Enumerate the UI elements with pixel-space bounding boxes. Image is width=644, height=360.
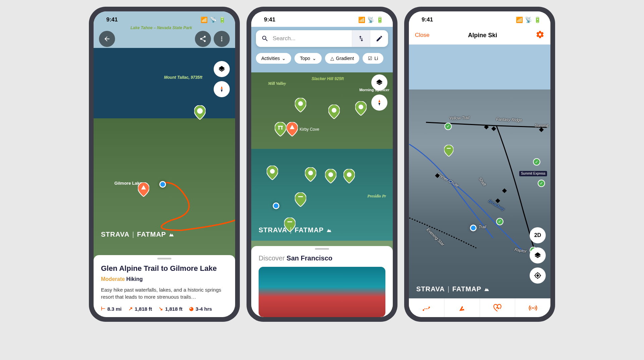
status-icons: 📶 📡 🔋 [516,16,541,23]
map-pin[interactable] [328,105,340,118]
trail-difficulty: Moderate [101,276,125,282]
pencil-icon [376,35,383,42]
diamond-marker[interactable] [503,188,506,194]
diamond-marker[interactable] [540,127,543,133]
discover-image[interactable] [259,267,385,317]
more-button[interactable] [214,31,230,47]
trail-stats: ⊢ 8.3 mi ↗ 1,818 ft ↘ 1,818 ft ◕ 3-4 hrs [101,306,228,312]
heart-rate-icon [493,304,502,312]
trail-title: Glen Alpine Trail to Gilmore Lake [101,264,228,273]
status-bar: 9:41 📶 📡 🔋 [94,11,235,27]
map-pin-picnic[interactable] [295,192,306,206]
share-button[interactable] [195,31,211,47]
signal-icon: 📶 [201,16,208,23]
filter-lifts[interactable]: ☑Li [363,53,383,64]
route-icon [358,35,365,42]
layers-icon [218,65,225,73]
settings-button[interactable] [536,30,544,40]
map-pin[interactable] [295,98,306,111]
map-pin-picnic[interactable] [275,122,286,135]
map-pin-camping[interactable] [286,122,298,135]
strava-text: STRAVA [416,285,445,293]
tab-live[interactable] [515,299,550,317]
discover-card[interactable]: Discover San Francisco [251,246,393,317]
edit-button[interactable] [370,30,388,47]
stat-duration: ◕ 3-4 hrs [189,306,212,312]
tab-routes[interactable] [409,299,444,317]
map-pin-camping[interactable] [138,182,149,196]
search-input[interactable] [273,35,346,42]
brand-separator: | [290,226,292,234]
svg-point-3 [359,105,363,109]
layers-button[interactable] [530,247,546,263]
map-pin[interactable] [267,166,278,179]
close-button[interactable]: Close [415,32,429,39]
more-vert-icon [218,35,225,43]
filter-topo[interactable]: Topo⌄ [294,53,321,64]
svg-rect-11 [298,196,303,197]
map-label-kirby: Kirby Cove [300,127,319,132]
layers-button[interactable] [214,61,230,77]
fatmap-text: FATMAP [452,285,481,293]
search-bar [256,30,388,47]
tab-health[interactable] [480,299,516,317]
run-marker-green[interactable]: ✓ [533,158,540,166]
compass-icon [218,85,225,93]
locate-button[interactable] [530,267,546,284]
map-side-controls: 2D [530,227,546,284]
nav-bar: Close Alpine Ski [409,27,550,45]
fatmap-logo-icon [484,287,489,292]
wifi-icon: 📡 [210,16,217,23]
map-pin-picnic[interactable] [444,145,453,156]
svg-point-1 [298,101,303,106]
compass-button[interactable] [371,95,387,111]
phone-ski: 9:41 📶 📡 🔋 Close Alpine Ski Yellow Trai [404,7,555,322]
diamond-marker[interactable] [485,124,488,130]
2d-toggle-button[interactable]: 2D [530,227,546,243]
trail-info-card[interactable]: Glen Alpine Trail to Gilmore Lake Modera… [94,255,235,317]
back-button[interactable] [99,31,115,47]
ski-map[interactable]: Yellow Trail Fantasy Ridge Summit Corner… [409,44,550,298]
layers-button[interactable] [371,74,387,91]
brand-logo: STRAVA | FATMAP [259,226,332,234]
route-icon [422,304,431,312]
status-bar: 9:41 📶 📡 🔋 [251,11,393,27]
route-button[interactable] [352,30,370,47]
map-pin[interactable] [325,169,336,182]
lift-badge[interactable]: Summit Express [519,171,547,176]
map-pin[interactable] [343,169,355,182]
filter-activities[interactable]: Activities⌄ [256,53,291,64]
run-marker-green[interactable]: ✓ [538,180,545,187]
tab-ski[interactable] [444,299,480,317]
search-input-wrap[interactable] [256,30,352,47]
crosshair-icon [534,272,541,279]
map-label-slacker: Slacker Hill 925ft [312,76,344,81]
ski-icon [458,304,466,312]
tab-bar [409,298,550,317]
svg-point-15 [429,306,430,308]
brand-logo: STRAVA | FATMAP [416,285,489,293]
fatmap-logo-icon [326,228,332,233]
filter-gradient[interactable]: △Gradient [325,53,360,64]
run-marker-green[interactable]: ✓ [496,218,503,225]
diamond-marker[interactable] [492,126,495,132]
status-time: 9:41 [264,16,275,23]
svg-rect-5 [278,127,279,130]
map-pin[interactable] [305,167,316,181]
diamond-marker[interactable] [496,198,499,204]
battery-icon: 🔋 [219,16,226,23]
drag-handle[interactable] [157,258,171,259]
run-marker-green[interactable]: ✓ [444,123,452,130]
battery-icon: 🔋 [534,16,541,23]
compass-button[interactable] [214,81,230,97]
diamond-marker[interactable] [436,173,439,179]
map-pin[interactable] [355,101,367,115]
trail-type: Hiking [126,276,143,282]
map-pin-poi[interactable] [194,105,206,119]
map-side-controls [371,74,387,111]
stat-ascent: ↗ 1,818 ft [128,306,152,312]
fatmap-text: FATMAP [294,226,324,234]
drag-handle[interactable] [315,248,329,250]
svg-point-0 [197,108,203,114]
triangle-icon: △ [330,56,334,61]
